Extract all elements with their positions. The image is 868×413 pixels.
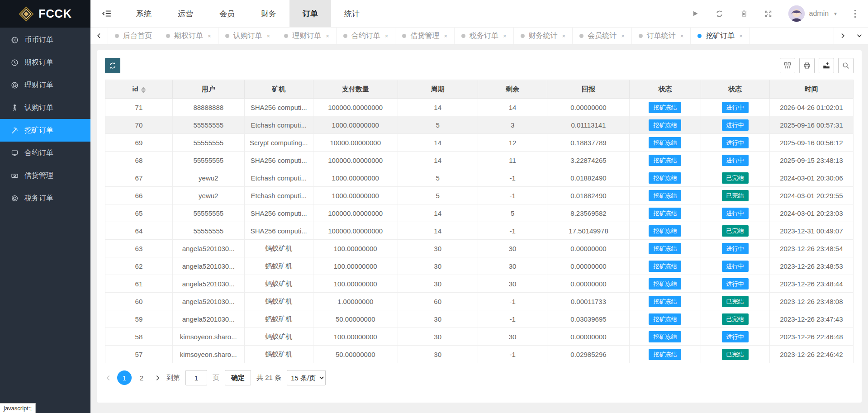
sidebar-item-税务订单[interactable]: 税务订单 bbox=[0, 187, 90, 209]
tab-close-icon[interactable]: × bbox=[680, 33, 684, 39]
progress-status-badge[interactable]: 已完结 bbox=[722, 172, 749, 184]
progress-status-badge[interactable]: 进行中 bbox=[722, 208, 749, 219]
table-row-66[interactable]: 66yewu2Etchash computi...1000.000000005-… bbox=[105, 187, 854, 204]
trash-icon[interactable] bbox=[740, 9, 748, 18]
table-row-70[interactable]: 7055555555Etchash computi...1000.0000000… bbox=[105, 116, 854, 134]
frozen-status-badge[interactable]: 挖矿冻结 bbox=[649, 208, 681, 219]
table-row-57[interactable]: 57kimsoyeon.sharo...蚂蚁矿机50.0000000030-10… bbox=[105, 346, 854, 363]
progress-status-badge[interactable]: 进行中 bbox=[722, 119, 749, 131]
goto-page-input[interactable] bbox=[185, 370, 207, 385]
page-number-1[interactable]: 1 bbox=[117, 370, 132, 385]
frozen-status-badge[interactable]: 挖矿冻结 bbox=[649, 331, 681, 342]
progress-status-badge[interactable]: 进行中 bbox=[722, 261, 749, 272]
tab-订单统计[interactable]: 订单统计× bbox=[631, 28, 691, 44]
table-row-69[interactable]: 6955555555Scrypt computing...10000.00000… bbox=[105, 134, 854, 152]
sidebar-item-认购订单[interactable]: 认购订单 bbox=[0, 96, 90, 119]
refresh-icon[interactable] bbox=[715, 9, 724, 18]
app-logo[interactable]: FCCK bbox=[0, 0, 90, 28]
page-number-2[interactable]: 2 bbox=[134, 370, 149, 385]
progress-status-badge[interactable]: 进行中 bbox=[722, 102, 749, 113]
nav-item-订单[interactable]: 订单 bbox=[289, 0, 331, 27]
progress-status-badge[interactable]: 已完结 bbox=[722, 190, 749, 201]
page-next-icon[interactable] bbox=[154, 375, 161, 381]
tab-借贷管理[interactable]: 借贷管理× bbox=[395, 28, 454, 44]
column-header-id[interactable]: id bbox=[105, 80, 173, 99]
tab-close-icon[interactable]: × bbox=[267, 33, 270, 39]
tab-挖矿订单[interactable]: 挖矿订单× bbox=[690, 28, 750, 44]
nav-item-会员[interactable]: 会员 bbox=[206, 0, 248, 27]
table-row-59[interactable]: 59angela5201030...蚂蚁矿机50.0000000030-10.0… bbox=[105, 310, 854, 328]
table-row-65[interactable]: 6555555555SHA256 computi...100000.000000… bbox=[105, 204, 854, 222]
tab-close-icon[interactable]: × bbox=[621, 33, 625, 39]
table-row-64[interactable]: 6455555555SHA256 computi...100000.000000… bbox=[105, 222, 854, 240]
sidebar-item-合约订单[interactable]: 合约订单 bbox=[0, 142, 90, 164]
page-size-select[interactable]: 15 条/页 bbox=[287, 370, 326, 385]
progress-status-badge[interactable]: 已完结 bbox=[722, 349, 749, 360]
sort-icon[interactable] bbox=[141, 87, 146, 93]
sidebar-item-期权订单[interactable]: 期权订单 bbox=[0, 51, 90, 74]
frozen-status-badge[interactable]: 挖矿冻结 bbox=[649, 261, 681, 272]
tab-close-icon[interactable]: × bbox=[562, 33, 566, 39]
search-button[interactable] bbox=[838, 58, 854, 73]
progress-status-badge[interactable]: 进行中 bbox=[722, 243, 749, 254]
print-button[interactable] bbox=[799, 58, 815, 73]
frozen-status-badge[interactable]: 挖矿冻结 bbox=[649, 137, 681, 148]
tabs-scroll-left-icon[interactable] bbox=[90, 28, 108, 44]
frozen-status-badge[interactable]: 挖矿冻结 bbox=[649, 172, 681, 184]
tab-后台首页[interactable]: 后台首页 bbox=[108, 28, 159, 44]
progress-status-badge[interactable]: 进行中 bbox=[722, 137, 749, 148]
user-menu[interactable]: admin ▼ bbox=[788, 5, 838, 22]
tab-合约订单[interactable]: 合约订单× bbox=[336, 28, 395, 44]
export-button[interactable] bbox=[819, 58, 834, 73]
frozen-status-badge[interactable]: 挖矿冻结 bbox=[649, 190, 681, 201]
progress-status-badge[interactable]: 进行中 bbox=[722, 155, 749, 166]
columns-filter-button[interactable] bbox=[780, 58, 795, 73]
progress-status-badge[interactable]: 已完结 bbox=[722, 296, 749, 307]
tab-税务订单[interactable]: 税务订单× bbox=[454, 28, 513, 44]
table-row-61[interactable]: 61angela5201030...蚂蚁矿机100.0000000030300.… bbox=[105, 275, 854, 293]
frozen-status-badge[interactable]: 挖矿冻结 bbox=[649, 296, 681, 307]
tab-close-icon[interactable]: × bbox=[739, 33, 743, 39]
frozen-status-badge[interactable]: 挖矿冻结 bbox=[649, 349, 681, 360]
tab-理财订单[interactable]: 理财订单× bbox=[277, 28, 336, 44]
sidebar-item-挖矿订单[interactable]: 挖矿订单 bbox=[0, 119, 90, 142]
tabs-menu-icon[interactable] bbox=[851, 28, 868, 44]
nav-item-系统[interactable]: 系统 bbox=[123, 0, 165, 27]
table-row-58[interactable]: 58kimsoyeon.sharo...蚂蚁矿机100.000000003030… bbox=[105, 328, 854, 346]
table-row-68[interactable]: 6855555555SHA256 computi...100000.000000… bbox=[105, 152, 854, 169]
frozen-status-badge[interactable]: 挖矿冻结 bbox=[649, 102, 681, 113]
frozen-status-badge[interactable]: 挖矿冻结 bbox=[649, 225, 681, 237]
frozen-status-badge[interactable]: 挖矿冻结 bbox=[649, 278, 681, 290]
page-prev-icon[interactable] bbox=[105, 375, 112, 381]
progress-status-badge[interactable]: 进行中 bbox=[722, 331, 749, 342]
frozen-status-badge[interactable]: 挖矿冻结 bbox=[649, 155, 681, 166]
frozen-status-badge[interactable]: 挖矿冻结 bbox=[649, 119, 681, 131]
nav-item-运营[interactable]: 运营 bbox=[165, 0, 206, 27]
nav-item-统计[interactable]: 统计 bbox=[331, 0, 373, 27]
frozen-status-badge[interactable]: 挖矿冻结 bbox=[649, 313, 681, 325]
tabs-scroll-right-icon[interactable] bbox=[834, 28, 851, 44]
tab-close-icon[interactable]: × bbox=[385, 33, 389, 39]
progress-status-badge[interactable]: 已完结 bbox=[722, 225, 749, 237]
table-row-60[interactable]: 60angela5201030...蚂蚁矿机1.0000000060-10.00… bbox=[105, 293, 854, 310]
table-row-62[interactable]: 62angela5201030...蚂蚁矿机100.0000000030300.… bbox=[105, 257, 854, 275]
tab-认购订单[interactable]: 认购订单× bbox=[218, 28, 277, 44]
progress-status-badge[interactable]: 进行中 bbox=[722, 278, 749, 290]
goto-confirm-button[interactable]: 确定 bbox=[225, 370, 251, 385]
frozen-status-badge[interactable]: 挖矿冻结 bbox=[649, 243, 681, 254]
tab-close-icon[interactable]: × bbox=[503, 33, 507, 39]
more-vertical-icon[interactable] bbox=[854, 9, 856, 18]
tab-close-icon[interactable]: × bbox=[326, 33, 329, 39]
progress-status-badge[interactable]: 已完结 bbox=[722, 313, 749, 325]
tab-close-icon[interactable]: × bbox=[208, 33, 211, 39]
fullscreen-icon[interactable] bbox=[764, 10, 772, 18]
sidebar-item-币币订单[interactable]: 币币订单 bbox=[0, 28, 90, 51]
tab-期权订单[interactable]: 期权订单× bbox=[159, 28, 218, 44]
play-icon[interactable] bbox=[692, 10, 699, 17]
tab-会员统计[interactable]: 会员统计× bbox=[572, 28, 631, 44]
sidebar-item-理财订单[interactable]: 理财订单 bbox=[0, 74, 90, 96]
sidebar-item-借贷管理[interactable]: 借贷管理 bbox=[0, 164, 90, 187]
table-row-63[interactable]: 63angela5201030...蚂蚁矿机100.0000000030300.… bbox=[105, 240, 854, 257]
table-row-71[interactable]: 7188888888SHA256 computi...100000.000000… bbox=[105, 99, 854, 116]
table-refresh-button[interactable] bbox=[105, 58, 120, 73]
